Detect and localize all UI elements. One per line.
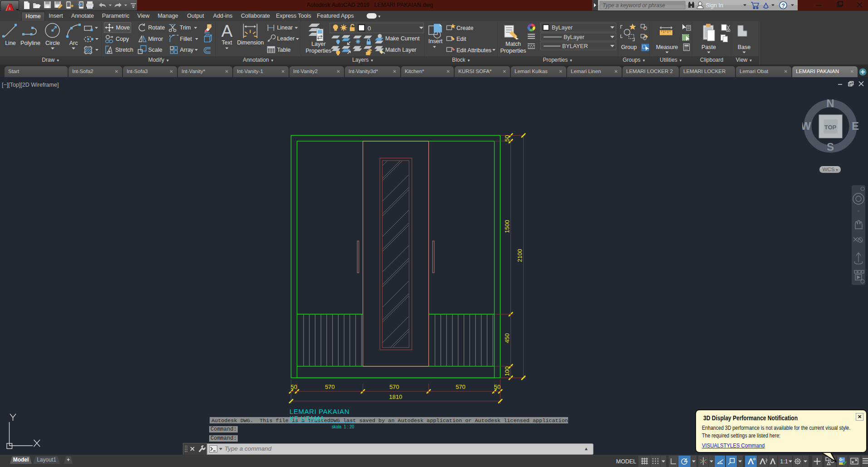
- svg-text:Polyline: Polyline: [20, 40, 40, 46]
- svg-text:TOP: TOP: [824, 124, 837, 131]
- svg-text:Leader: Leader: [277, 35, 295, 42]
- svg-text:N: N: [826, 98, 834, 109]
- svg-text:A: A: [221, 22, 233, 40]
- svg-text:Edit: Edit: [456, 36, 466, 42]
- svg-text:S: S: [827, 141, 834, 153]
- svg-text:570: 570: [325, 383, 335, 390]
- svg-text:1:1: 1:1: [780, 458, 788, 465]
- svg-text:100: 100: [504, 366, 510, 376]
- svg-text:Measure: Measure: [656, 44, 678, 50]
- svg-text:Stretch: Stretch: [115, 47, 133, 53]
- svg-text:Table: Table: [277, 47, 291, 53]
- svg-text:Match: Match: [505, 41, 521, 47]
- svg-text:Move: Move: [116, 25, 130, 31]
- svg-text:Properties: Properties: [500, 48, 526, 54]
- svg-text:Type a keyword or phrase: Type a keyword or phrase: [603, 2, 665, 9]
- svg-text:450: 450: [504, 333, 510, 343]
- svg-text:2100: 2100: [516, 249, 523, 262]
- svg-text:Insert: Insert: [428, 38, 443, 44]
- svg-text:Array: Array: [180, 47, 194, 53]
- svg-text:Line: Line: [5, 40, 16, 46]
- svg-text:Sign In: Sign In: [706, 2, 723, 9]
- svg-text:Scale: Scale: [148, 47, 162, 53]
- svg-text:Text: Text: [222, 39, 232, 46]
- svg-text:Match Layer: Match Layer: [385, 47, 417, 53]
- svg-text:Arc: Arc: [69, 40, 78, 46]
- svg-text:ByLayer: ByLayer: [552, 25, 573, 31]
- svg-text:?: ?: [781, 3, 785, 9]
- svg-text:BYLAYER: BYLAYER: [562, 43, 588, 49]
- svg-text:570: 570: [456, 383, 466, 390]
- svg-text:W: W: [802, 120, 811, 132]
- svg-text:570: 570: [389, 383, 399, 390]
- svg-text:Trim: Trim: [180, 25, 191, 31]
- svg-text:Layer: Layer: [311, 41, 325, 47]
- svg-text:50: 50: [291, 383, 297, 390]
- svg-text:Create: Create: [456, 25, 474, 31]
- svg-text:Paste: Paste: [701, 44, 716, 50]
- svg-text:1810: 1810: [389, 393, 402, 400]
- svg-text:MODEL: MODEL: [616, 458, 637, 465]
- svg-text:Linear: Linear: [277, 25, 293, 31]
- svg-text:0: 0: [368, 25, 371, 32]
- svg-text:Edit Attributes: Edit Attributes: [456, 47, 491, 54]
- svg-text:50: 50: [494, 383, 500, 390]
- svg-text:Circle: Circle: [45, 40, 60, 46]
- svg-text:Fillet: Fillet: [180, 36, 192, 42]
- svg-text:Dimension: Dimension: [237, 39, 264, 46]
- svg-text:Rotate: Rotate: [148, 25, 165, 31]
- svg-text:Make Current: Make Current: [385, 35, 420, 42]
- svg-text:Copy: Copy: [116, 36, 129, 42]
- svg-text:50: 50: [504, 135, 510, 141]
- svg-text:Properties: Properties: [306, 48, 332, 54]
- svg-text:Group: Group: [621, 44, 637, 50]
- svg-text:Mirror: Mirror: [148, 36, 163, 42]
- svg-text:1500: 1500: [504, 220, 510, 233]
- svg-text:ByLayer: ByLayer: [564, 34, 584, 40]
- svg-text:Base: Base: [738, 44, 751, 50]
- svg-text:E: E: [852, 120, 859, 132]
